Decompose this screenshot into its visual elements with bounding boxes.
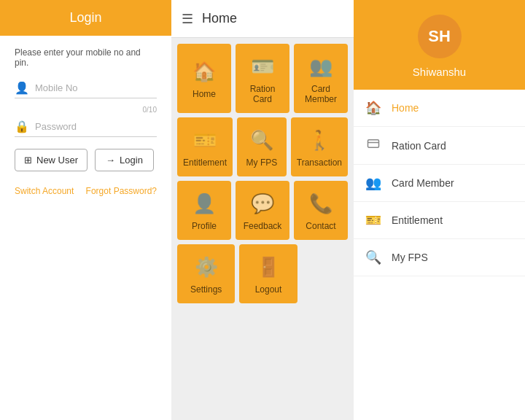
grid-item-feedback[interactable]: 💬 Feedback: [236, 181, 289, 240]
grid-item-contact[interactable]: 📞 Contact: [294, 181, 348, 240]
button-row: ⊞ New User → Login: [15, 149, 157, 171]
home-panel: ☰ Home 🏠 Home 🪪 Ration Card 👥 Card Membe…: [171, 0, 354, 420]
settings-icon: ⚙️: [195, 256, 218, 279]
login-body: Please enter your mobile no and pin. 👤 0…: [0, 36, 171, 420]
logout-label: Logout: [255, 284, 282, 295]
grid-item-card-member[interactable]: 👥 Card Member: [294, 44, 348, 113]
my-fps-label: My FPS: [246, 158, 278, 168]
nav-entitlement-icon: 🎫: [365, 212, 381, 228]
nav-ration-card-icon: [365, 137, 381, 154]
new-user-icon: ⊞: [24, 155, 32, 166]
grid-row-4: ⚙️ Settings 🚪 Logout: [177, 244, 348, 303]
nav-entitlement-label: Entitlement: [392, 214, 443, 226]
profile-name: Shiwanshu: [413, 66, 466, 78]
profile-icon: 👤: [192, 192, 216, 215]
nav-item-card-member[interactable]: 👥 Card Member: [354, 165, 525, 202]
mobile-input[interactable]: [35, 82, 158, 93]
nav-home-icon: 🏠: [365, 100, 381, 116]
my-fps-icon: 🔍: [250, 129, 273, 152]
forgot-password-link[interactable]: Forgot Password?: [86, 186, 157, 196]
settings-label: Settings: [190, 284, 222, 295]
nav-my-fps-label: My FPS: [392, 252, 428, 263]
home-grid-label: Home: [192, 89, 216, 99]
grid-row-1: 🏠 Home 🪪 Ration Card 👥 Card Member: [177, 44, 348, 113]
home-topbar: ☰ Home: [171, 0, 354, 38]
contact-icon: 📞: [309, 192, 332, 215]
mobile-input-group: 👤: [15, 81, 157, 98]
entitlement-label: Entitlement: [183, 158, 227, 168]
nav-item-entitlement[interactable]: 🎫 Entitlement: [354, 202, 525, 239]
nav-ration-card-label: Ration Card: [392, 140, 446, 152]
profile-label: Profile: [192, 221, 217, 231]
grid-item-transaction[interactable]: 🚶 Transaction: [291, 117, 348, 176]
lock-icon: 🔒: [15, 120, 29, 133]
person-icon: 👤: [15, 81, 29, 95]
side-nav: SH Shiwanshu 🏠 Home Ration Card 👥 Card M…: [354, 0, 525, 420]
char-count: 0/10: [15, 106, 157, 114]
entitlement-icon: 🎫: [193, 129, 217, 152]
nav-item-my-fps[interactable]: 🔍 My FPS: [354, 239, 525, 276]
link-row: Switch Account Forgot Password?: [15, 186, 157, 196]
transaction-icon: 🚶: [308, 129, 331, 152]
home-panel-title: Home: [202, 11, 237, 26]
grid-row-3: 👤 Profile 💬 Feedback 📞 Contact: [177, 181, 348, 240]
grid-row-2: 🎫 Entitlement 🔍 My FPS 🚶 Transaction: [177, 117, 348, 176]
card-member-label: Card Member: [300, 84, 342, 104]
nav-card-member-label: Card Member: [392, 177, 454, 189]
login-label: Login: [120, 155, 143, 166]
grid-item-profile[interactable]: 👤 Profile: [177, 181, 231, 240]
login-panel: Login Please enter your mobile no and pi…: [0, 0, 171, 420]
nav-item-home[interactable]: 🏠 Home: [354, 90, 525, 127]
home-grid: 🏠 Home 🪪 Ration Card 👥 Card Member 🎫 Ent…: [171, 38, 354, 420]
logout-icon: 🚪: [257, 256, 280, 279]
nav-item-ration-card[interactable]: Ration Card: [354, 127, 525, 165]
ration-card-icon: 🪪: [251, 55, 274, 78]
nav-items: 🏠 Home Ration Card 👥 Card Member 🎫 Entit…: [354, 90, 525, 420]
switch-account-link[interactable]: Switch Account: [15, 186, 74, 196]
arrow-icon: →: [106, 155, 115, 166]
grid-item-ration-card[interactable]: 🪪 Ration Card: [236, 44, 289, 113]
contact-label: Contact: [306, 221, 335, 231]
feedback-icon: 💬: [251, 192, 274, 215]
feedback-label: Feedback: [244, 221, 282, 231]
nav-home-label: Home: [392, 102, 419, 114]
ration-card-label: Ration Card: [241, 84, 284, 104]
new-user-button[interactable]: ⊞ New User: [15, 149, 88, 171]
grid-item-entitlement[interactable]: 🎫 Entitlement: [177, 117, 233, 176]
home-grid-icon: 🏠: [192, 61, 216, 83]
grid-item-my-fps[interactable]: 🔍 My FPS: [237, 117, 287, 176]
grid-item-logout[interactable]: 🚪 Logout: [239, 244, 297, 303]
grid-item-settings[interactable]: ⚙️ Settings: [177, 244, 235, 303]
new-user-label: New User: [36, 155, 78, 166]
avatar: SH: [418, 15, 462, 58]
grid-item-home[interactable]: 🏠 Home: [177, 44, 231, 113]
login-title: Login: [69, 10, 101, 25]
nav-card-member-icon: 👥: [365, 175, 381, 191]
hamburger-icon[interactable]: ☰: [182, 11, 193, 27]
login-button[interactable]: → Login: [95, 149, 154, 171]
login-subtitle: Please enter your mobile no and pin.: [15, 47, 157, 68]
card-member-icon: 👥: [309, 55, 332, 78]
nav-my-fps-icon: 🔍: [365, 249, 381, 265]
login-header: Login: [0, 0, 171, 36]
svg-rect-0: [368, 140, 379, 148]
password-input-group: 🔒: [15, 120, 157, 137]
transaction-label: Transaction: [297, 158, 342, 168]
profile-section: SH Shiwanshu: [354, 0, 525, 90]
password-input[interactable]: [35, 121, 158, 132]
